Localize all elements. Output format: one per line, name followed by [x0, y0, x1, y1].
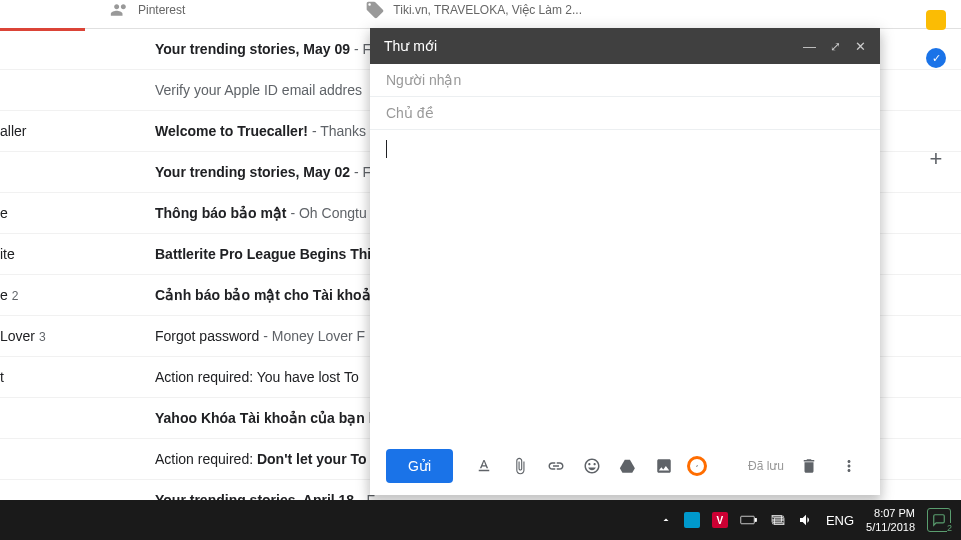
compose-window: Thư mới — ⤢ ✕ Gửi	[370, 28, 880, 495]
svg-rect-1	[741, 516, 755, 524]
email-sender	[0, 451, 155, 467]
language-indicator[interactable]: ENG	[826, 513, 854, 528]
tray-app-icon[interactable]	[684, 512, 700, 528]
format-icon[interactable]	[474, 456, 494, 476]
email-sender: t	[0, 369, 155, 385]
email-sender: e	[0, 205, 155, 221]
tray-chevron-icon[interactable]	[660, 514, 672, 526]
compose-body[interactable]	[370, 130, 880, 437]
promotions-tab-text: Tiki.vn, TRAVELOKA, Việc Làm 2...	[393, 3, 582, 17]
tray-app-icon-2[interactable]: V	[712, 512, 728, 528]
windows-taskbar[interactable]: V ENG 8:07 PM 5/11/2018 2	[0, 500, 961, 540]
promotions-tab[interactable]: Tiki.vn, TRAVELOKA, Việc Làm 2...	[365, 0, 582, 20]
trash-icon[interactable]	[799, 456, 819, 476]
drive-icon[interactable]	[618, 456, 638, 476]
confidential-mode-icon[interactable]	[687, 456, 707, 476]
tag-icon	[365, 0, 385, 20]
email-sender	[0, 410, 155, 426]
compose-header[interactable]: Thư mới — ⤢ ✕	[370, 28, 880, 64]
email-sender	[0, 82, 155, 98]
taskbar-clock[interactable]: 8:07 PM 5/11/2018	[866, 506, 915, 535]
social-tab[interactable]: Pinterest	[110, 0, 185, 20]
time-text: 8:07 PM	[866, 506, 915, 520]
svg-rect-2	[755, 519, 757, 522]
recipients-input[interactable]	[386, 72, 864, 88]
category-tabs: Pinterest Tiki.vn, TRAVELOKA, Việc Làm 2…	[0, 0, 961, 29]
more-icon[interactable]	[839, 456, 859, 476]
saved-label: Đã lưu	[748, 459, 784, 473]
notification-center[interactable]: 2	[927, 508, 951, 532]
keep-icon[interactable]	[926, 10, 946, 30]
email-sender: ite	[0, 246, 155, 262]
attach-icon[interactable]	[510, 456, 530, 476]
email-sender: e 2	[0, 287, 155, 303]
fullscreen-icon[interactable]: ⤢	[830, 39, 841, 54]
add-panel-icon[interactable]: +	[930, 146, 943, 172]
date-text: 5/11/2018	[866, 520, 915, 534]
recipients-field[interactable]	[370, 64, 880, 97]
text-cursor	[386, 140, 387, 158]
subject-field[interactable]	[370, 97, 880, 130]
side-panel: ✓ +	[911, 10, 961, 172]
people-icon	[110, 0, 130, 20]
battery-icon[interactable]	[740, 514, 758, 526]
send-button[interactable]: Gửi	[386, 449, 453, 483]
compose-title: Thư mới	[384, 38, 803, 54]
subject-input[interactable]	[386, 105, 864, 121]
network-icon[interactable]	[770, 512, 786, 528]
volume-icon[interactable]	[798, 512, 814, 528]
link-icon[interactable]	[546, 456, 566, 476]
email-sender	[0, 164, 155, 180]
email-sender	[0, 41, 155, 57]
social-tab-text: Pinterest	[138, 3, 185, 17]
photo-icon[interactable]	[654, 456, 674, 476]
email-sender: Lover 3	[0, 328, 155, 344]
compose-toolbar: Gửi Đã lưu	[370, 437, 880, 495]
tab-indicator	[0, 28, 85, 31]
close-icon[interactable]: ✕	[855, 39, 866, 54]
email-sender: aller	[0, 123, 155, 139]
minimize-icon[interactable]: —	[803, 39, 816, 54]
emoji-icon[interactable]	[582, 456, 602, 476]
tasks-icon[interactable]: ✓	[926, 48, 946, 68]
